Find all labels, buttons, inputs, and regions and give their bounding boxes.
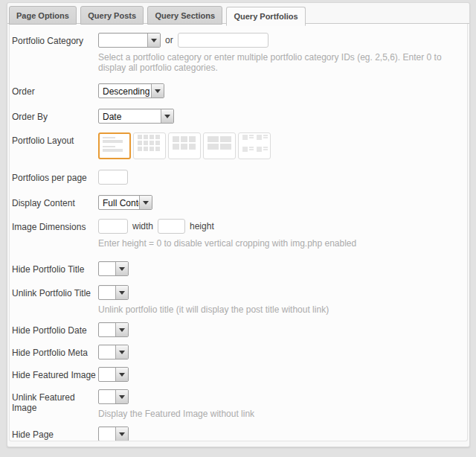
hide-page-navigation-row: Hide Page Navigation [12,426,463,441]
chevron-down-icon [115,345,128,359]
tab-bar: Page Options Query Posts Query Sections … [7,3,469,24]
chevron-down-icon [115,286,128,299]
tab-content: Portfolio Category or Select a portfolio… [9,24,468,441]
unlink-portfolio-title-helper: Unlink portfolio title (it will display … [98,304,463,315]
portfolio-category-ids-input[interactable] [178,33,268,48]
unlink-featured-image-helper: Display the Featured Image without link [98,409,463,419]
display-content-select[interactable]: Full Content [98,195,152,210]
order-by-row: Order By Date [12,109,463,124]
portfolio-category-row: Portfolio Category or Select a portfolio… [12,33,463,73]
hide-portfolio-title-select[interactable] [98,261,129,276]
display-content-row: Display Content Full Content [12,195,463,210]
tab-query-posts[interactable]: Query Posts [80,6,144,25]
tab-page-options[interactable]: Page Options [9,6,77,25]
hide-portfolio-meta-row: Hide Portfolio Meta [12,345,463,359]
chevron-down-icon [115,427,128,441]
display-content-label: Display Content [12,195,98,208]
hide-portfolio-title-label: Hide Portfolio Title [12,261,98,275]
unlink-featured-image-select[interactable] [98,389,129,404]
order-label: Order [12,83,98,97]
order-select[interactable]: Descending [98,83,164,98]
portfolio-layout-options [98,132,463,159]
order-row: Order Descending [12,83,463,98]
unlink-portfolio-title-row: Unlink Portfolio Title Unlink portfolio … [12,285,463,315]
image-dimensions-label: Image Dimensions [12,219,98,232]
chevron-down-icon [115,390,128,403]
portfolio-category-helper: Select a portfolio category or enter mul… [98,52,463,73]
hide-featured-image-select[interactable] [98,367,129,382]
layout-option-grid-3x2[interactable] [168,132,201,159]
height-text: height [190,221,214,231]
unlink-portfolio-title-select[interactable] [98,285,129,300]
hide-page-navigation-label: Hide Page Navigation [12,426,98,441]
width-text: width [132,221,153,231]
hide-portfolio-meta-label: Hide Portfolio Meta [12,345,98,358]
layout-option-grid-captions[interactable] [238,132,271,159]
image-height-input[interactable] [158,219,185,234]
hide-portfolio-title-row: Hide Portfolio Title [12,261,463,276]
query-portfolios-panel: Page Options Query Posts Query Sections … [7,2,470,447]
portfolio-layout-label: Portfolio Layout [12,132,98,146]
hide-featured-image-label: Hide Featured Image [12,367,98,380]
chevron-down-icon [115,368,128,381]
unlink-featured-image-label: Unlink Featured Image [12,389,98,413]
or-text: or [165,35,173,45]
portfolio-category-select[interactable] [98,33,161,48]
image-width-input[interactable] [98,219,128,234]
hide-featured-image-row: Hide Featured Image [12,367,463,382]
portfolio-category-label: Portfolio Category [12,33,98,46]
chevron-down-icon [115,323,128,336]
order-by-label: Order By [12,109,98,122]
tab-query-sections[interactable]: Query Sections [147,6,222,25]
hide-portfolio-meta-select[interactable] [98,345,129,359]
hide-portfolio-date-label: Hide Portfolio Date [12,322,98,336]
chevron-down-icon [139,196,152,209]
layout-option-grid-2x2[interactable] [203,132,236,159]
portfolio-layout-row: Portfolio Layout [12,132,463,159]
hide-portfolio-date-select[interactable] [98,322,129,337]
chevron-down-icon [147,33,160,47]
portfolios-per-page-label: Portfolios per page [12,170,98,183]
order-by-select[interactable]: Date [98,109,174,124]
hide-portfolio-date-row: Hide Portfolio Date [12,322,463,337]
portfolios-per-page-row: Portfolios per page [12,170,463,185]
portfolios-per-page-input[interactable] [98,170,128,185]
unlink-featured-image-row: Unlink Featured Image Display the Featur… [12,389,463,419]
layout-option-grid-4x3[interactable] [133,132,166,159]
tab-query-portfolios[interactable]: Query Portfolios [226,7,305,26]
chevron-down-icon [151,84,164,98]
layout-option-list[interactable] [98,132,131,159]
chevron-down-icon [115,262,128,275]
chevron-down-icon [161,109,173,123]
unlink-portfolio-title-label: Unlink Portfolio Title [12,285,98,298]
image-dimensions-row: Image Dimensions width height Enter heig… [12,219,463,249]
hide-page-navigation-select[interactable] [98,426,129,441]
image-dimensions-helper: Enter height = 0 to disable vertical cro… [98,238,463,249]
